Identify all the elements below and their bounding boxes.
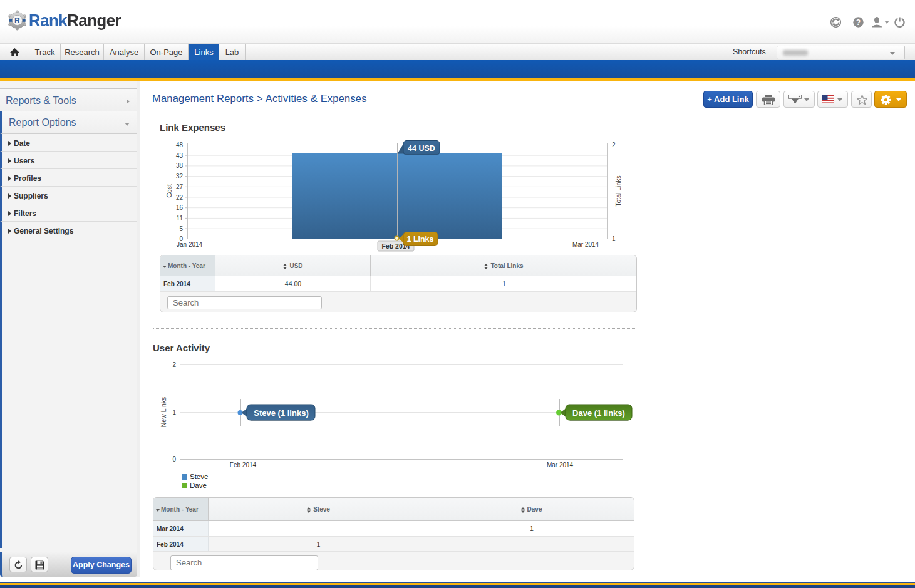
svg-text:1: 1 xyxy=(172,409,176,416)
svg-text:Feb 2014: Feb 2014 xyxy=(230,462,257,468)
svg-text:11: 11 xyxy=(177,215,184,222)
svg-text:44 USD: 44 USD xyxy=(408,144,435,153)
svg-text:48: 48 xyxy=(176,142,184,148)
svg-text:1: 1 xyxy=(612,235,616,242)
svg-text:2: 2 xyxy=(612,142,616,148)
svg-text:R: R xyxy=(14,16,20,25)
svg-text:New Links: New Links xyxy=(160,397,167,427)
svg-text:Dave (1 links): Dave (1 links) xyxy=(572,408,625,418)
svg-text:43: 43 xyxy=(176,152,184,159)
svg-text:1 Links: 1 Links xyxy=(406,235,433,244)
svg-text:0: 0 xyxy=(172,456,176,463)
svg-text:38: 38 xyxy=(176,162,184,169)
svg-text:16: 16 xyxy=(176,204,184,211)
svg-text:Mar 2014: Mar 2014 xyxy=(547,462,574,468)
svg-text:2: 2 xyxy=(172,361,176,368)
svg-text:Total Links: Total Links xyxy=(614,175,622,207)
svg-text:Mar 2014: Mar 2014 xyxy=(572,241,599,248)
svg-text:Jan 2014: Jan 2014 xyxy=(177,241,203,248)
svg-text:32: 32 xyxy=(176,173,184,180)
svg-text:22: 22 xyxy=(176,194,184,201)
svg-text:5: 5 xyxy=(179,225,183,232)
svg-text:?: ? xyxy=(856,18,861,27)
svg-text:Steve (1 links): Steve (1 links) xyxy=(254,408,308,418)
svg-text:27: 27 xyxy=(176,183,184,190)
svg-text:Cost: Cost xyxy=(165,184,173,198)
